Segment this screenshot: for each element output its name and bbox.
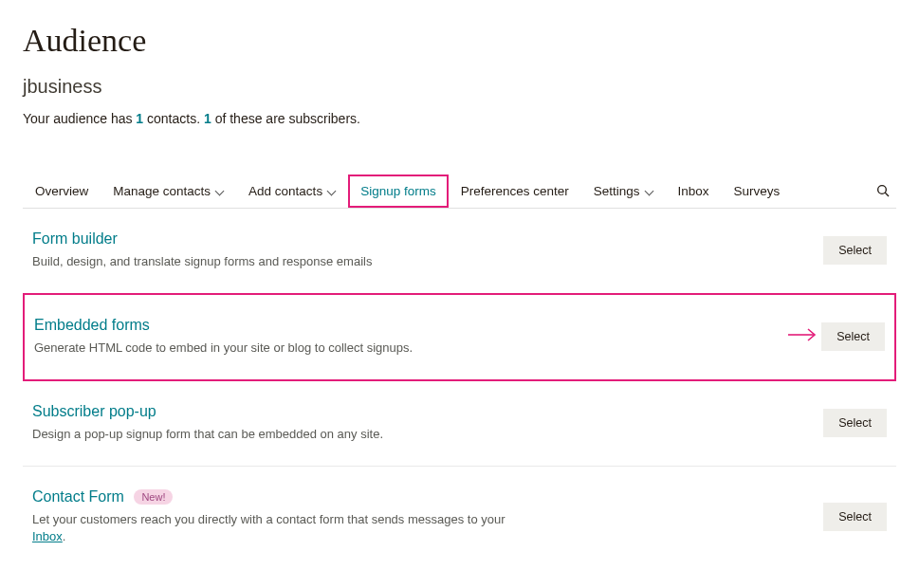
search-button[interactable] [863,174,896,208]
row-embedded-forms-title[interactable]: Embedded forms [34,317,413,334]
row-form-builder-title[interactable]: Form builder [32,230,372,248]
chevron-down-icon [216,187,224,194]
row-contact-form-title[interactable]: Contact Form New! [32,488,525,505]
tab-overview-label: Overview [35,184,88,198]
contact-form-desc-suffix: . [63,529,66,543]
row-form-builder: Form builder Build, design, and translat… [23,209,896,294]
summary-mid: contacts. [143,111,204,126]
select-contact-form-button[interactable]: Select [823,503,887,531]
arrow-annotation-icon [786,326,818,347]
select-embedded-forms-button[interactable]: Select [821,322,885,351]
inbox-link[interactable]: Inbox [32,529,63,543]
svg-point-0 [878,186,887,194]
tab-bar: Overview Manage contacts Add contacts Si… [23,174,896,209]
tab-manage-contacts[interactable]: Manage contacts [101,175,236,208]
subscribers-count: 1 [204,111,211,126]
chevron-down-icon [646,187,653,194]
contact-form-desc-prefix: Let your customers reach you directly wi… [32,512,505,526]
page-title: Audience [23,23,896,59]
summary-suffix: of these are subscribers. [211,111,360,126]
row-contact-form-desc: Let your customers reach you directly wi… [32,511,525,547]
tab-overview[interactable]: Overview [23,175,101,208]
tab-signup-forms-label: Signup forms [360,184,436,198]
tab-surveys[interactable]: Surveys [722,175,793,208]
tab-signup-forms[interactable]: Signup forms [348,175,449,208]
tab-inbox[interactable]: Inbox [666,175,722,208]
tab-manage-contacts-label: Manage contacts [113,184,211,198]
contacts-count: 1 [136,111,143,126]
svg-line-1 [885,193,889,196]
tab-settings[interactable]: Settings [581,175,666,208]
tab-settings-label: Settings [594,184,640,198]
search-icon [875,183,891,198]
tab-preferences-center-label: Preferences center [461,184,569,198]
tab-add-contacts[interactable]: Add contacts [236,175,348,208]
select-form-builder-button[interactable]: Select [823,236,887,265]
row-form-builder-desc: Build, design, and translate signup form… [32,253,372,271]
signup-forms-list: Form builder Build, design, and translat… [23,209,896,568]
row-contact-form: Contact Form New! Let your customers rea… [23,467,896,569]
new-badge: New! [134,489,173,505]
row-embedded-forms-desc: Generate HTML code to embed in your site… [34,340,413,358]
audience-summary: Your audience has 1 contacts. 1 of these… [23,111,896,126]
tab-preferences-center[interactable]: Preferences center [449,175,581,208]
row-subscriber-popup-desc: Design a pop-up signup form that can be … [32,426,383,444]
row-contact-form-title-text: Contact Form [32,488,124,505]
audience-name: jbusiness [23,76,896,98]
row-subscriber-popup: Subscriber pop-up Design a pop-up signup… [23,381,896,467]
summary-prefix: Your audience has [23,111,136,126]
chevron-down-icon [328,187,336,194]
row-embedded-forms: Embedded forms Generate HTML code to emb… [23,293,896,381]
tab-inbox-label: Inbox [678,184,709,198]
tab-surveys-label: Surveys [734,184,781,198]
select-subscriber-popup-button[interactable]: Select [823,409,887,437]
tab-add-contacts-label: Add contacts [248,184,322,198]
row-subscriber-popup-title[interactable]: Subscriber pop-up [32,403,383,420]
